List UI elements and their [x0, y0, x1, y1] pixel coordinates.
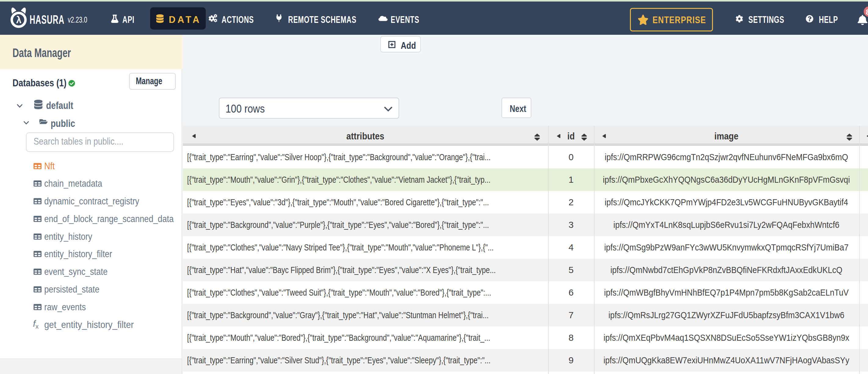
svg-text:λ: λ: [16, 14, 21, 25]
